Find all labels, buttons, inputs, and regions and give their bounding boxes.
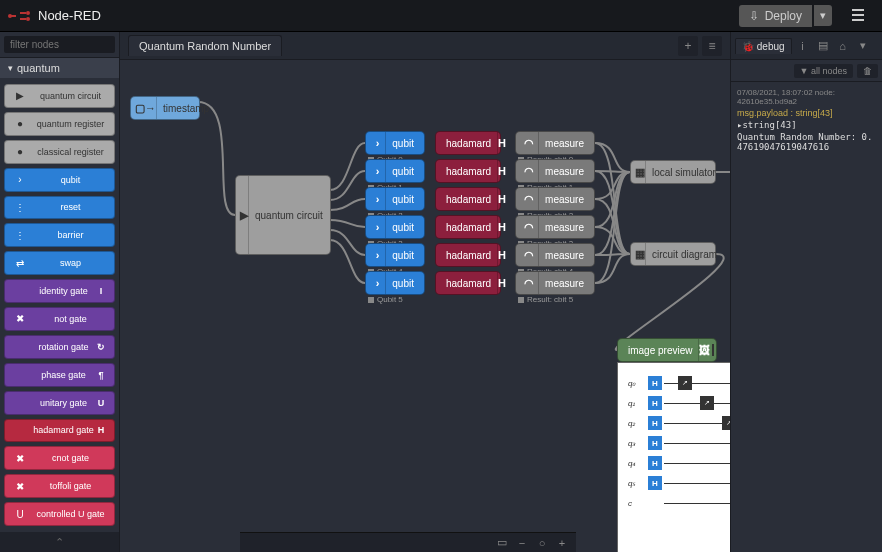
node-label: hadamard [440,222,497,233]
⋮-icon: ⋮ [11,226,29,244]
chevron-right-icon: › [370,272,386,294]
toggle-icon[interactable] [712,344,714,356]
node-label: hadamard [440,250,497,261]
palette-node-rotation-gate[interactable]: rotation gate↻ [4,335,115,359]
measure-node-2[interactable]: ◠measureResult: cbit 2 [515,187,595,211]
measure-icon: ◠ [520,216,539,238]
qubit-node-4[interactable]: ›qubitQubit 4 [365,243,425,267]
palette-node-label: quantum register [33,119,108,129]
debug-filter-button[interactable]: ▼ all nodes [794,64,853,78]
wire [664,503,730,504]
flow-tab[interactable]: Quantum Random Number [128,35,282,56]
●-icon: ● [11,115,29,133]
inject-icon: ▢→ [135,97,157,119]
tab-info-icon[interactable]: i [794,40,812,52]
zoom-out-icon[interactable]: − [514,535,530,551]
palette-node-label: reset [33,202,108,212]
measure-node-4[interactable]: ◠measureResult: cbit 4 [515,243,595,267]
tab-config-icon[interactable]: ⌂ [834,40,852,52]
tab-dropdown-icon[interactable]: ▾ [854,39,872,52]
palette-node-controlled-U-gate[interactable]: Ucontrolled U gate [4,502,115,526]
hadamard-node-3[interactable]: hadamardH [435,215,501,239]
chevron-right-icon: › [370,244,386,266]
palette-node-cnot-gate[interactable]: ✖cnot gate [4,446,115,470]
nav-toggle-icon[interactable]: ▭ [494,535,510,551]
▶-icon: ▶ [11,87,29,105]
hadamard-icon: H [497,216,506,238]
palette-node-phase-gate[interactable]: phase gate¶ [4,363,115,387]
palette-node-reset[interactable]: ⋮reset [4,196,115,220]
palette-node-classical-register[interactable]: ●classical register [4,140,115,164]
list-flows-button[interactable]: ≡ [702,36,722,56]
palette-node-quantum-circuit[interactable]: ▶quantum circuit [4,84,115,108]
palette-node-swap[interactable]: ⇄swap [4,251,115,275]
palette-node-label: not gate [33,314,108,324]
palette-node-label: hadamard gate [33,425,94,435]
palette-node-unitary-gate[interactable]: unitary gateU [4,391,115,415]
node-label: qubit [386,166,420,177]
✖-icon: ✖ [11,449,29,467]
quantum-circuit-node[interactable]: ▶ quantum circuit [235,175,331,255]
palette-collapse-icon[interactable]: ⌃ [55,536,64,549]
measure-node-3[interactable]: ◠measureResult: cbit 3 [515,215,595,239]
qubit-node-1[interactable]: ›qubitQubit 1 [365,159,425,183]
palette-node-toffoli-gate[interactable]: ✖toffoli gate [4,474,115,498]
zoom-in-icon[interactable]: + [554,535,570,551]
qubit-node-2[interactable]: ›qubitQubit 2 [365,187,425,211]
hadamard-node-2[interactable]: hadamardH [435,187,501,211]
simulator-icon: ▦ [635,161,646,183]
h-gate-icon: H [648,436,662,450]
hadamard-node-0[interactable]: hadamardH [435,131,501,155]
deploy-dropdown[interactable]: ▾ [814,5,832,26]
qubit-label: q₁ [628,399,648,408]
palette-node-not-gate[interactable]: ✖not gate [4,307,115,331]
palette-node-label: cnot gate [33,453,108,463]
palette-node-qubit[interactable]: ›qubit [4,168,115,192]
image-preview-node[interactable]: image preview 🖼 [617,338,717,362]
qubit-node-3[interactable]: ›qubitQubit 3 [365,215,425,239]
wire [664,423,730,424]
palette-node-quantum-register[interactable]: ●quantum register [4,112,115,136]
zoom-reset-icon[interactable]: ○ [534,535,550,551]
hadamard-node-4[interactable]: hadamardH [435,243,501,267]
circuit-diagram-node[interactable]: ▦ circuit diagram [630,242,716,266]
measure-node-0[interactable]: ◠measureResult: cbit 0 [515,131,595,155]
qubit-node-0[interactable]: ›qubitQubit 0 [365,131,425,155]
palette-node-label: unitary gate [33,398,94,408]
local-simulator-node[interactable]: ▦ local simulator [630,160,716,184]
deploy-button[interactable]: ⇩ Deploy [739,5,812,27]
app-logo: Node-RED [8,8,101,24]
palette-node-barrier[interactable]: ⋮barrier [4,223,115,247]
node-label: qubit [386,194,420,205]
tab-debug[interactable]: 🐞 debug [735,38,792,54]
hadamard-icon: H [497,244,506,266]
bug-icon: 🐞 [742,41,754,52]
flow-canvas[interactable]: ▢→ timestamp ▶ quantum circuit ▦ local s… [120,60,730,552]
diagram-icon: ▦ [635,243,646,265]
palette-node-identity-gate[interactable]: identity gateI [4,279,115,303]
hadamard-node-1[interactable]: hadamardH [435,159,501,183]
qubit-node-5[interactable]: ›qubitQubit 5 [365,271,425,295]
app-title: Node-RED [38,8,101,23]
tab-context-icon[interactable]: ▤ [814,39,832,52]
qubit-label: q₂ [628,419,648,428]
debug-path: msg.payload : string[43] [737,108,876,118]
filter-nodes-input[interactable] [4,36,115,53]
node-label: quantum circuit [249,210,329,221]
¶-icon [11,366,29,384]
chevron-right-icon: › [370,216,386,238]
node-label: image preview [622,345,698,356]
add-flow-button[interactable]: + [678,36,698,56]
menu-button[interactable] [842,3,874,29]
inject-node-timestamp[interactable]: ▢→ timestamp [130,96,200,120]
palette-node-label: classical register [33,147,108,157]
measure-node-1[interactable]: ◠measureResult: cbit 1 [515,159,595,183]
node-status: Qubit 5 [368,295,403,304]
measure-node-5[interactable]: ◠measureResult: cbit 5 [515,271,595,295]
palette-category-quantum[interactable]: quantum [0,58,119,78]
palette-node-hadamard-gate[interactable]: hadamard gateH [4,419,115,443]
⇄-icon: ⇄ [11,254,29,272]
hadamard-node-5[interactable]: hadamardH [435,271,501,295]
palette-node-label: toffoli gate [33,481,108,491]
debug-clear-button[interactable]: 🗑 [857,64,878,78]
